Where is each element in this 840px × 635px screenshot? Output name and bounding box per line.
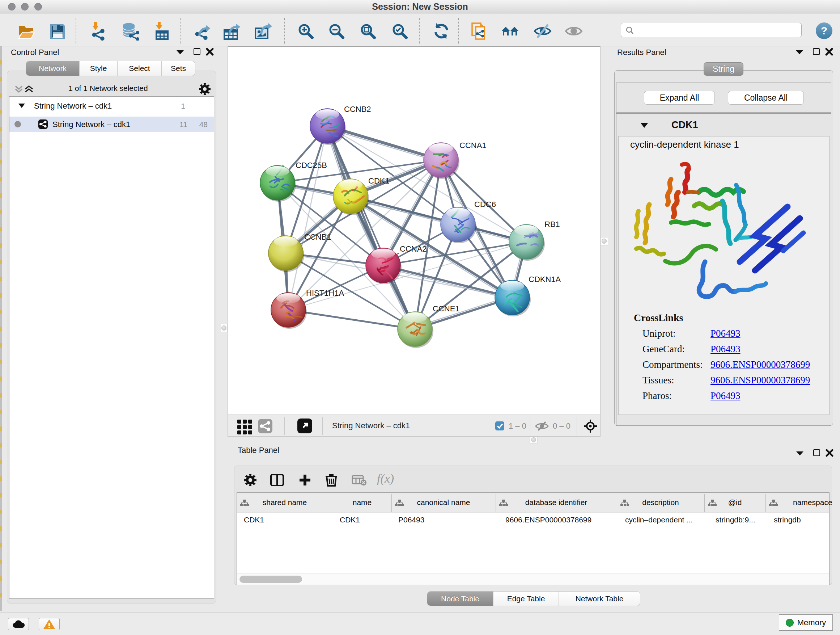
- svg-text:CDC25B: CDC25B: [295, 161, 327, 170]
- svg-text:CDC6: CDC6: [474, 200, 496, 209]
- svg-text:CCNA2: CCNA2: [400, 244, 427, 253]
- svg-text:CCNB1: CCNB1: [304, 233, 332, 241]
- svg-text:HIST1H1A: HIST1H1A: [306, 288, 344, 298]
- svg-text:CCNE1: CCNE1: [433, 304, 460, 313]
- svg-text:CDKN1A: CDKN1A: [529, 275, 561, 284]
- svg-text:CCNB2: CCNB2: [344, 105, 371, 114]
- svg-text:CCNA1: CCNA1: [459, 141, 486, 150]
- svg-text:CDK1: CDK1: [368, 176, 390, 185]
- svg-text:RB1: RB1: [545, 220, 560, 229]
